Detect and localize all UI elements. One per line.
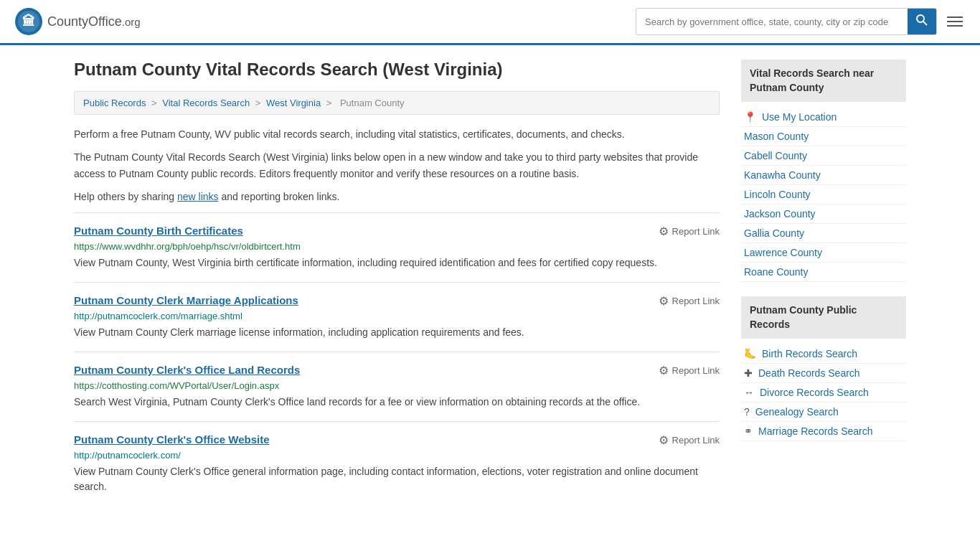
- nearby-county-link[interactable]: Gallia County: [741, 224, 906, 243]
- breadcrumb-vital-records[interactable]: Vital Records Search: [162, 98, 250, 108]
- public-record-icon-0: 🦶: [744, 348, 756, 359]
- nearby-section: Vital Records Search near Putnam County …: [741, 60, 906, 282]
- public-record-link[interactable]: 🦶Birth Records Search: [741, 344, 906, 364]
- page-title: Putnam County Vital Records Search (West…: [74, 60, 720, 80]
- menu-button[interactable]: [944, 14, 966, 29]
- new-links-link[interactable]: new links: [177, 191, 219, 202]
- public-record-link[interactable]: ✚Death Records Search: [741, 364, 906, 383]
- content-area: Putnam County Vital Records Search (West…: [74, 60, 720, 500]
- use-my-location-link[interactable]: 📍 Use My Location: [741, 108, 906, 127]
- record-url-3[interactable]: http://putnamcoclerk.com/: [74, 450, 720, 461]
- breadcrumb-sep-2: >: [255, 98, 263, 108]
- report-label-1: Report Link: [672, 296, 720, 306]
- location-icon: 📍: [744, 111, 756, 123]
- public-record-label-4: Marriage Records Search: [758, 425, 873, 437]
- header-right: [636, 8, 966, 35]
- record-desc-2: Search West Virginia, Putnam County Cler…: [74, 395, 720, 410]
- record-desc-3: View Putnam County Clerk's Office genera…: [74, 464, 720, 494]
- nearby-county-link[interactable]: Mason County: [741, 127, 906, 146]
- report-icon-0: ⚙: [659, 225, 669, 238]
- public-record-label-2: Divorce Records Search: [760, 387, 869, 398]
- record-header-1: Putnam County Clerk Marriage Application…: [74, 294, 720, 308]
- record-desc-0: View Putnam County, West Virginia birth …: [74, 255, 720, 270]
- report-label-2: Report Link: [672, 365, 720, 376]
- record-title-3[interactable]: Putnam County Clerk's Office Website: [74, 433, 270, 446]
- record-url-0[interactable]: https://www.wvdhhr.org/bph/oehp/hsc/vr/o…: [74, 241, 720, 252]
- menu-line-2: [947, 21, 963, 22]
- nearby-county-link[interactable]: Jackson County: [741, 204, 906, 224]
- intro-paragraph-2: The Putnam County Vital Records Search (…: [74, 149, 720, 182]
- report-icon-1: ⚙: [659, 294, 669, 308]
- report-icon-2: ⚙: [659, 364, 669, 377]
- nearby-county-link[interactable]: Lawrence County: [741, 243, 906, 263]
- public-record-icon-3: ?: [744, 406, 750, 418]
- public-record-label-3: Genealogy Search: [755, 406, 839, 418]
- public-record-icon-4: ⚭: [744, 425, 753, 437]
- record-title-2[interactable]: Putnam County Clerk's Office Land Record…: [74, 364, 300, 376]
- site-header: 🏛 CountyOffice.org: [0, 0, 980, 45]
- record-item: Putnam County Clerk Marriage Application…: [74, 282, 720, 346]
- nearby-county-link[interactable]: Kanawha County: [741, 166, 906, 185]
- intro-paragraph-3: Help others by sharing new links and rep…: [74, 189, 720, 204]
- menu-line-1: [947, 17, 963, 18]
- public-record-link[interactable]: ⚭Marriage Records Search: [741, 422, 906, 441]
- menu-line-3: [947, 25, 963, 27]
- record-url-2[interactable]: https://cotthosting.com/WVPortal/User/Lo…: [74, 380, 720, 391]
- public-records-links: 🦶Birth Records Search✚Death Records Sear…: [741, 344, 906, 441]
- nearby-county-link[interactable]: Cabell County: [741, 146, 906, 166]
- search-icon: [916, 14, 928, 26]
- use-my-location-label: Use My Location: [762, 111, 837, 123]
- logo-icon: 🏛: [14, 7, 43, 36]
- breadcrumb-sep-1: >: [151, 98, 159, 108]
- public-record-label-1: Death Records Search: [758, 367, 860, 379]
- search-button[interactable]: [908, 9, 936, 34]
- report-icon-3: ⚙: [659, 433, 669, 447]
- public-record-link[interactable]: ?Genealogy Search: [741, 402, 906, 422]
- logo-text: CountyOffice.org: [47, 14, 141, 29]
- report-link-3[interactable]: ⚙ Report Link: [659, 433, 720, 447]
- intro-p3-post: and reporting broken links.: [219, 191, 340, 202]
- svg-point-3: [917, 15, 924, 22]
- search-bar-container: [636, 8, 937, 35]
- nearby-county-link[interactable]: Lincoln County: [741, 185, 906, 204]
- record-item: Putnam County Birth Certificates ⚙ Repor…: [74, 212, 720, 276]
- report-link-1[interactable]: ⚙ Report Link: [659, 294, 720, 308]
- record-header-2: Putnam County Clerk's Office Land Record…: [74, 364, 720, 377]
- record-header-0: Putnam County Birth Certificates ⚙ Repor…: [74, 225, 720, 238]
- main-container: Putnam County Vital Records Search (West…: [60, 45, 920, 514]
- public-record-icon-2: ↔: [744, 387, 754, 398]
- public-record-link[interactable]: ↔Divorce Records Search: [741, 383, 906, 402]
- report-link-0[interactable]: ⚙ Report Link: [659, 225, 720, 238]
- record-header-3: Putnam County Clerk's Office Website ⚙ R…: [74, 433, 720, 447]
- breadcrumb-putnam-county: Putnam County: [340, 98, 405, 108]
- logo-area[interactable]: 🏛 CountyOffice.org: [14, 7, 141, 36]
- intro-p3-pre: Help others by sharing: [74, 191, 177, 202]
- record-item: Putnam County Clerk's Office Website ⚙ R…: [74, 421, 720, 500]
- intro-paragraph-1: Perform a free Putnam County, WV public …: [74, 126, 720, 142]
- svg-text:🏛: 🏛: [22, 14, 35, 29]
- report-label-0: Report Link: [672, 226, 720, 237]
- svg-line-4: [923, 22, 927, 25]
- report-label-3: Report Link: [672, 435, 720, 446]
- record-desc-1: View Putnam County Clerk marriage licens…: [74, 325, 720, 340]
- sidebar: Vital Records Search near Putnam County …: [741, 60, 906, 500]
- public-record-label-0: Birth Records Search: [762, 348, 857, 359]
- record-title-0[interactable]: Putnam County Birth Certificates: [74, 225, 243, 237]
- record-title-1[interactable]: Putnam County Clerk Marriage Application…: [74, 294, 298, 306]
- public-records-section: Putnam County Public Records 🦶Birth Reco…: [741, 296, 906, 441]
- breadcrumb: Public Records > Vital Records Search > …: [74, 91, 720, 115]
- breadcrumb-west-virginia[interactable]: West Virginia: [266, 98, 321, 108]
- breadcrumb-public-records[interactable]: Public Records: [83, 98, 146, 108]
- nearby-heading: Vital Records Search near Putnam County: [741, 60, 906, 102]
- nearby-counties-list: Mason CountyCabell CountyKanawha CountyL…: [741, 127, 906, 282]
- record-item: Putnam County Clerk's Office Land Record…: [74, 352, 720, 415]
- search-input[interactable]: [636, 11, 908, 33]
- public-records-heading: Putnam County Public Records: [741, 296, 906, 339]
- nearby-county-link[interactable]: Roane County: [741, 263, 906, 282]
- report-link-2[interactable]: ⚙ Report Link: [659, 364, 720, 377]
- breadcrumb-sep-3: >: [326, 98, 334, 108]
- record-url-1[interactable]: http://putnamcoclerk.com/marriage.shtml: [74, 311, 720, 321]
- records-list: Putnam County Birth Certificates ⚙ Repor…: [74, 212, 720, 500]
- public-record-icon-1: ✚: [744, 367, 753, 379]
